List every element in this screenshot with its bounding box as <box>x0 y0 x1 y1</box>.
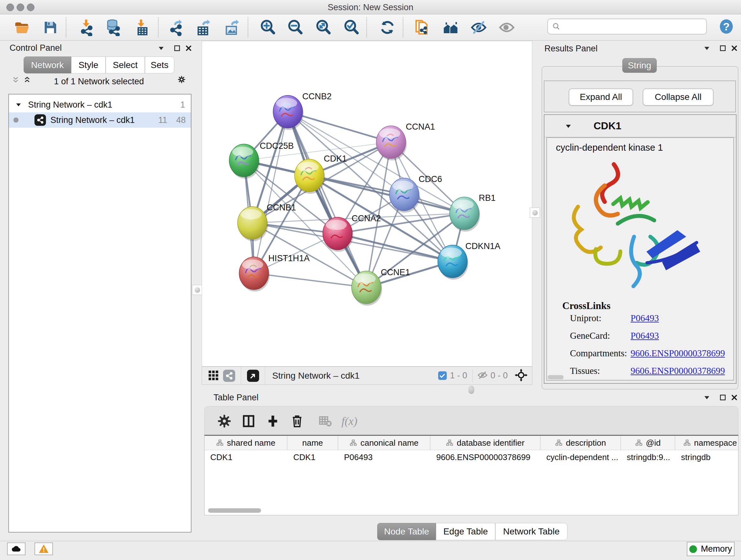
tab-select[interactable]: Select <box>106 57 145 73</box>
column-header-description[interactable]: description <box>541 436 621 450</box>
table-cell[interactable]: stringdb <box>675 450 738 464</box>
string-network-graph[interactable]: CCNB2CCNA1CDC25BCDK1CDC6RB1CCNB1CCNA2CDK… <box>202 41 532 366</box>
open-in-new-window-button[interactable] <box>247 370 259 382</box>
expand-all-networks-button[interactable] <box>11 75 20 85</box>
crosslink-link[interactable]: 9606.ENSP00000378699 <box>630 348 725 359</box>
table-panel-close-button[interactable] <box>730 393 739 402</box>
refresh-view-button[interactable] <box>378 18 397 37</box>
network-node-CDKN1A[interactable]: CDKN1A <box>438 241 501 280</box>
show-all-button[interactable] <box>497 18 516 37</box>
delete-table-button[interactable] <box>317 413 333 429</box>
table-cell[interactable]: stringdb:9... <box>621 450 675 464</box>
network-node-CDC25B[interactable]: CDC25B <box>229 141 293 179</box>
export-image-button[interactable] <box>222 18 241 37</box>
double-chevron-up-icon <box>23 76 31 84</box>
results-panel-float-button[interactable] <box>718 44 728 53</box>
table-row[interactable]: CDK1CDK1P064939606.ENSP00000378699cyclin… <box>205 450 738 464</box>
results-hscrollbar-thumb[interactable] <box>548 375 563 379</box>
network-node-CDK1[interactable]: CDK1 <box>294 153 347 193</box>
add-column-button[interactable] <box>265 413 281 429</box>
network-node-CCNE1[interactable]: CCNE1 <box>352 267 410 306</box>
network-edge[interactable] <box>254 273 366 287</box>
network-collection-row[interactable]: String Network – cdk1 1 <box>9 97 191 112</box>
toolbar-search-field[interactable] <box>547 18 707 35</box>
zoom-out-button[interactable] <box>286 18 305 37</box>
show-columns-button[interactable] <box>240 413 257 429</box>
tab-sets[interactable]: Sets <box>145 57 174 73</box>
control-panel-collapse-button[interactable] <box>156 44 166 53</box>
column-header-canonical-name[interactable]: canonical name <box>338 436 430 450</box>
crosslink-link[interactable]: 9606.ENSP00000378699 <box>630 366 725 376</box>
cloud-status-button[interactable] <box>7 543 25 555</box>
tab-node-table[interactable]: Node Table <box>377 523 436 540</box>
results-panel-collapse-button[interactable] <box>702 44 712 53</box>
network-edge[interactable] <box>254 112 288 273</box>
open-session-button[interactable] <box>12 18 31 37</box>
save-session-button[interactable] <box>41 18 60 37</box>
export-network-button[interactable] <box>166 18 186 37</box>
warnings-button[interactable] <box>35 543 53 555</box>
zoom-in-button[interactable] <box>259 18 278 37</box>
collapse-all-button[interactable]: Collapse All <box>643 88 714 106</box>
table-cell[interactable]: 9606.ENSP00000378699 <box>430 450 541 464</box>
node-table[interactable]: shared namenamecanonical namedatabase id… <box>204 435 738 515</box>
network-canvas[interactable]: CCNB2CCNA1CDC25BCDK1CDC6RB1CCNB1CCNA2CDK… <box>202 41 532 367</box>
table-panel-float-button[interactable] <box>718 393 728 402</box>
first-neighbors-button[interactable] <box>441 18 460 37</box>
tab-edge-table[interactable]: Edge Table <box>436 523 495 540</box>
crosslink-link[interactable]: P06493 <box>630 313 659 323</box>
memory-button[interactable]: Memory <box>687 542 735 556</box>
import-table-from-file-button[interactable] <box>131 18 151 37</box>
import-network-from-file-button[interactable] <box>77 18 96 37</box>
table-settings-button[interactable] <box>216 413 232 429</box>
app-window: Session: New Session <box>0 0 741 560</box>
selected-checkbox-icon[interactable] <box>438 371 447 380</box>
tab-network[interactable]: Network <box>23 57 71 73</box>
network-node-RB1[interactable]: RB1 <box>450 193 495 232</box>
crosslink-link[interactable]: P06493 <box>630 330 659 341</box>
control-panel-close-button[interactable] <box>184 44 193 53</box>
tab-style[interactable]: Style <box>71 57 106 73</box>
network-panel-options-button[interactable] <box>177 75 186 84</box>
network-badge-icon[interactable] <box>223 370 235 382</box>
column-header-namespace[interactable]: namespace <box>675 436 738 450</box>
expand-all-button[interactable]: Expand All <box>569 88 633 106</box>
help-button[interactable]: ? <box>717 17 736 36</box>
table-hscrollbar-thumb[interactable] <box>208 508 261 513</box>
column-header-shared-name[interactable]: shared name <box>205 436 287 450</box>
birds-eye-toggle-button[interactable] <box>515 369 528 383</box>
disclosure-triangle-icon[interactable] <box>15 101 22 109</box>
column-header-name[interactable]: name <box>287 436 338 450</box>
table-panel-collapse-button[interactable] <box>702 393 712 402</box>
column-header-database-identifier[interactable]: database identifier <box>430 436 541 450</box>
network-row-selected[interactable]: String Network – cdk1 11 48 <box>9 112 191 128</box>
gene-card-header[interactable]: CDK1 <box>544 115 736 137</box>
network-node-CCNA1[interactable]: CCNA1 <box>376 122 435 160</box>
table-cell[interactable]: P06493 <box>338 450 430 464</box>
horizontal-splitter-handle[interactable] <box>468 386 474 394</box>
column-header--id[interactable]: @id <box>621 436 675 450</box>
table-cell[interactable]: CDK1 <box>205 450 287 464</box>
results-panel-close-button[interactable] <box>730 44 739 53</box>
collapse-all-networks-button[interactable] <box>22 75 32 85</box>
clone-network-button[interactable] <box>412 18 431 37</box>
grid-view-button[interactable] <box>207 369 219 382</box>
tab-string[interactable]: String <box>622 58 657 73</box>
table-cell[interactable]: cyclin-dependent ... <box>541 450 621 464</box>
right-splitter-handle[interactable] <box>530 207 540 218</box>
control-panel-float-button[interactable] <box>172 44 182 53</box>
import-network-from-database-button[interactable] <box>104 18 123 37</box>
apply-function-button[interactable]: f(x) <box>338 413 361 429</box>
zoom-selected-button[interactable] <box>342 18 361 37</box>
table-cell[interactable]: CDK1 <box>287 450 338 464</box>
search-input[interactable] <box>561 21 706 32</box>
tab-network-table[interactable]: Network Table <box>495 523 567 540</box>
delete-column-button[interactable] <box>289 413 306 429</box>
export-table-button[interactable] <box>194 18 213 37</box>
disclosure-triangle-icon[interactable] <box>564 122 572 130</box>
network-node-HIST1H1A[interactable]: HIST1H1A <box>239 253 310 292</box>
hide-selected-button[interactable] <box>469 18 488 37</box>
left-splitter-handle[interactable] <box>192 285 202 295</box>
zoom-fit-button[interactable] <box>314 18 333 37</box>
hidden-eye-slash-icon[interactable] <box>477 370 488 382</box>
